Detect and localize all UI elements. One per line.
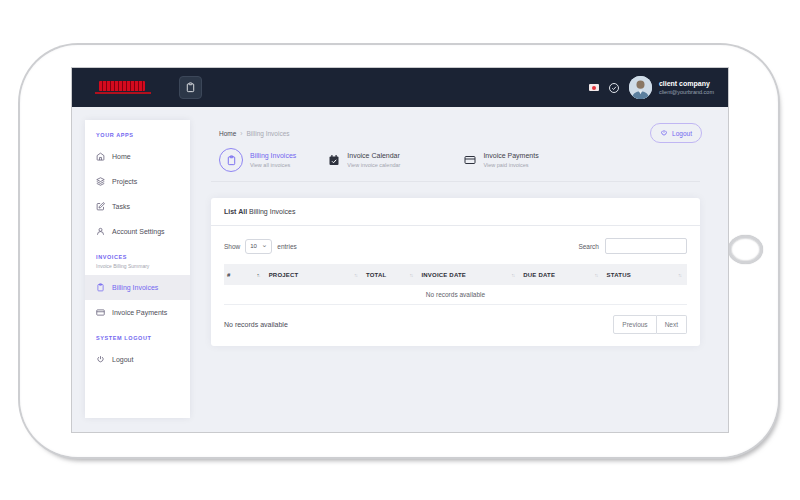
- column-header-number[interactable]: # ↑↓: [224, 272, 266, 278]
- column-header-project[interactable]: PROJECT ↑↓: [266, 272, 363, 278]
- sidebar-section-your-apps: YOUR APPS: [85, 132, 190, 138]
- logout-button-label: Logout: [672, 130, 692, 137]
- sort-icon[interactable]: ↑↓: [595, 272, 598, 278]
- search-label: Search: [578, 243, 599, 250]
- next-page-button[interactable]: Next: [657, 315, 687, 334]
- column-header-total[interactable]: TOTAL ↑↓: [363, 272, 419, 278]
- column-header-due-date[interactable]: DUE DATE ↑↓: [520, 272, 603, 278]
- tab-text: Invoice Payments View paid invoices: [483, 151, 538, 169]
- main-content: Home › Billing Invoices Logout: [211, 120, 700, 346]
- brand-logo-underline: [95, 92, 151, 94]
- column-label: PROJECT: [269, 272, 299, 278]
- sort-icon[interactable]: ↑↓: [257, 272, 260, 278]
- table-controls: Show 10 ⌄ entries Search: [211, 226, 700, 264]
- credit-card-icon: [464, 154, 476, 166]
- sidebar-section-invoices-subtitle: Invoice Billing Summary: [85, 263, 190, 269]
- sidebar-item-tasks[interactable]: Tasks: [85, 194, 190, 219]
- tab-text: Billing Invoices View all invoices: [250, 151, 296, 169]
- chevron-down-icon: ⌄: [261, 242, 267, 248]
- table-empty-row: No records available: [224, 285, 687, 305]
- show-label: Show: [224, 243, 240, 250]
- calendar-check-icon: [328, 154, 340, 166]
- sidebar: YOUR APPS Home Projects: [85, 120, 190, 418]
- brand-logo[interactable]: [95, 81, 147, 94]
- breadcrumb-current: Billing Invoices: [247, 130, 290, 137]
- breadcrumb-separator: ›: [240, 130, 242, 137]
- topbar-right: client company client@yourbrand.com: [589, 76, 714, 99]
- clipboard-icon: [185, 82, 196, 93]
- sidebar-section-invoices: INVOICES: [85, 254, 190, 260]
- sidebar-item-label: Account Settings: [112, 228, 165, 235]
- page: client company client@yourbrand.com YOUR…: [0, 0, 800, 500]
- tab-bar: Billing Invoices View all invoices Invo: [211, 148, 700, 182]
- user-name: client company: [659, 79, 714, 88]
- power-icon: [660, 129, 668, 137]
- tab-invoice-calendar[interactable]: Invoice Calendar View invoice calendar: [328, 151, 400, 169]
- language-flag-icon[interactable]: [589, 84, 599, 91]
- card-title-bold: List All: [224, 208, 247, 215]
- sidebar-item-label: Billing Invoices: [112, 284, 158, 291]
- records-status: No records available: [224, 321, 288, 328]
- app-screen: client company client@yourbrand.com YOUR…: [72, 68, 728, 432]
- card-title-rest: Billing Invoices: [249, 208, 295, 215]
- search-input[interactable]: [605, 238, 687, 254]
- layers-icon: [96, 177, 105, 186]
- power-icon: [96, 355, 105, 364]
- user-text: client company client@yourbrand.com: [659, 79, 714, 96]
- tab-sublabel: View all invoices: [250, 161, 296, 169]
- breadcrumb: Home › Billing Invoices: [211, 120, 700, 138]
- search-group: Search: [578, 238, 687, 254]
- sidebar-item-label: Projects: [112, 178, 137, 185]
- sort-icon[interactable]: ↑↓: [511, 272, 514, 278]
- sidebar-item-projects[interactable]: Projects: [85, 169, 190, 194]
- clipboard-icon: [96, 283, 105, 292]
- tab-label: Billing Invoices: [250, 151, 296, 160]
- tab-text: Invoice Calendar View invoice calendar: [347, 151, 400, 169]
- sidebar-item-account-settings[interactable]: Account Settings: [85, 219, 190, 244]
- user-menu[interactable]: client company client@yourbrand.com: [629, 76, 714, 99]
- page-size-select[interactable]: 10 ⌄: [245, 239, 272, 254]
- column-label: TOTAL: [366, 272, 386, 278]
- tab-sublabel: View paid invoices: [483, 161, 538, 169]
- user-icon: [96, 227, 105, 236]
- invoices-card: List AllBilling Invoices Show 10 ⌄ entri…: [211, 198, 700, 346]
- sort-icon[interactable]: ↑↓: [409, 272, 412, 278]
- home-icon: [96, 152, 105, 161]
- sidebar-section-system-logout: SYSTEM LOGOUT: [85, 335, 190, 341]
- tablet-home-button[interactable]: [728, 235, 763, 264]
- sidebar-item-logout[interactable]: Logout: [85, 347, 190, 372]
- pagination: Previous Next: [613, 315, 687, 334]
- check-circle-icon[interactable]: [608, 82, 620, 94]
- tab-billing-invoices[interactable]: Billing Invoices View all invoices: [219, 148, 296, 172]
- credit-card-icon: [96, 308, 105, 317]
- sidebar-item-label: Invoice Payments: [112, 309, 167, 316]
- topbar: client company client@yourbrand.com: [72, 68, 728, 107]
- column-label: #: [227, 272, 231, 278]
- column-label: DUE DATE: [523, 272, 555, 278]
- tab-label: Invoice Payments: [483, 151, 538, 160]
- sidebar-item-billing-invoices[interactable]: Billing Invoices: [85, 275, 190, 300]
- user-email: client@yourbrand.com: [659, 88, 714, 96]
- card-title: List AllBilling Invoices: [211, 198, 700, 226]
- card-footer: No records available Previous Next: [211, 305, 700, 334]
- tab-invoice-payments[interactable]: Invoice Payments View paid invoices: [464, 151, 538, 169]
- column-header-invoice-date[interactable]: INVOICE DATE ↑↓: [418, 272, 520, 278]
- sidebar-item-home[interactable]: Home: [85, 144, 190, 169]
- column-label: STATUS: [607, 272, 631, 278]
- column-label: INVOICE DATE: [421, 272, 466, 278]
- tab-sublabel: View invoice calendar: [347, 161, 400, 169]
- table-header-row: # ↑↓ PROJECT ↑↓ TOTAL ↑↓ INVOICE DATE ↑↓: [224, 264, 687, 285]
- column-header-status[interactable]: STATUS ↑↓: [604, 272, 687, 278]
- avatar: [629, 76, 652, 99]
- logout-button[interactable]: Logout: [650, 123, 702, 143]
- page-size-value: 10: [250, 243, 257, 249]
- brand-logo-mark: [99, 81, 145, 91]
- edit-square-icon: [96, 202, 105, 211]
- billing-app-button[interactable]: [179, 76, 202, 99]
- sidebar-item-label: Home: [112, 153, 131, 160]
- sort-icon[interactable]: ↑↓: [354, 272, 357, 278]
- sort-icon[interactable]: ↑↓: [678, 272, 681, 278]
- breadcrumb-home[interactable]: Home: [219, 130, 236, 137]
- previous-page-button[interactable]: Previous: [613, 315, 656, 334]
- sidebar-item-invoice-payments[interactable]: Invoice Payments: [85, 300, 190, 325]
